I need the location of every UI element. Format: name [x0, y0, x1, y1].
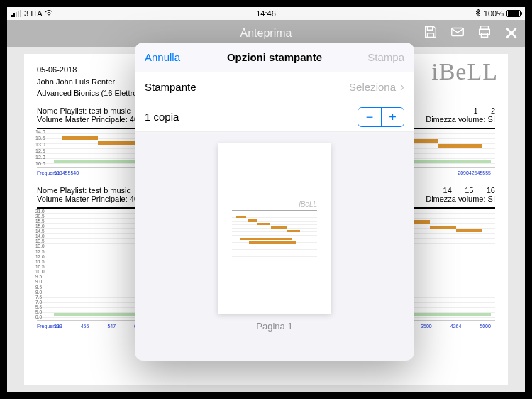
print-button[interactable]: Stampa [367, 51, 404, 63]
app-logo: iBeLL [431, 58, 498, 85]
volume-master: Volume Master Principale: 40% [37, 115, 145, 124]
battery-pct: 100% [484, 9, 504, 18]
clock: 14:46 [256, 9, 276, 18]
volume-master: Volume Master Principale: 40% [37, 195, 145, 203]
printer-row[interactable]: Stampante Seleziona › [135, 72, 414, 102]
status-bar: 3 ITA 14:46 100% [7, 7, 525, 20]
svg-rect-1 [481, 26, 489, 30]
carrier-label: 3 ITA [24, 9, 42, 18]
dimezza-volume: Dimezza volume: SI [426, 115, 495, 124]
modal-title: Opzioni stampante [227, 51, 322, 63]
playlist-name: Nome Playlist: test b music [37, 106, 131, 115]
page-title: Anteprima [240, 27, 292, 40]
cancel-button[interactable]: Annulla [145, 51, 180, 63]
wifi-icon [45, 9, 53, 18]
copies-label: 1 copia [145, 111, 179, 123]
print-icon[interactable] [477, 24, 492, 43]
page-caption: Pagina 1 [256, 321, 292, 332]
svg-rect-0 [452, 28, 464, 36]
copies-row: 1 copia − + [135, 102, 414, 132]
bluetooth-icon [475, 9, 481, 19]
mail-icon[interactable] [450, 24, 465, 43]
playlist-name: Nome Playlist: test b music [37, 186, 131, 195]
print-options-modal: Annulla Opzioni stampante Stampa Stampan… [135, 43, 414, 361]
battery-icon [506, 10, 521, 17]
save-icon[interactable] [423, 24, 438, 43]
chevron-right-icon: › [400, 80, 404, 94]
copies-plus-button[interactable]: + [381, 108, 404, 126]
copies-minus-button[interactable]: − [358, 108, 381, 126]
copies-stepper: − + [358, 107, 404, 127]
close-icon[interactable]: ✕ [504, 26, 519, 41]
dimezza-volume: Dimezza volume: SI [426, 195, 495, 203]
svg-rect-3 [481, 33, 487, 38]
printer-value: Seleziona [349, 81, 396, 93]
signal-icon [11, 10, 21, 17]
page-thumbnail[interactable]: iBeLL [218, 143, 331, 314]
printer-label: Stampante [145, 81, 196, 93]
